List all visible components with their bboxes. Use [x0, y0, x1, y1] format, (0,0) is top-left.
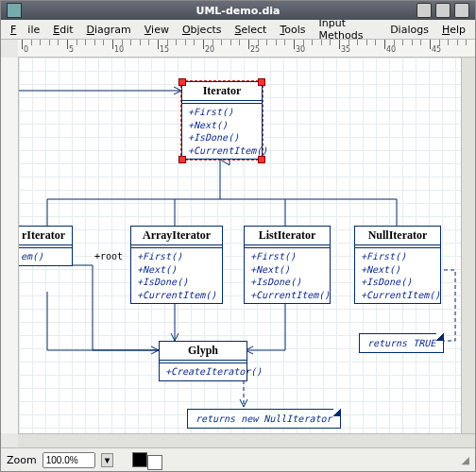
- fg-color-swatch[interactable]: [132, 452, 147, 467]
- menu-tools[interactable]: Tools: [274, 22, 311, 38]
- bg-color-swatch[interactable]: [147, 455, 162, 470]
- menubar: File Edit Diagram View Objects Select To…: [1, 20, 475, 40]
- role-label-root: +root: [94, 251, 123, 261]
- class-ops: +CreateIterator(): [160, 363, 246, 380]
- menu-objects[interactable]: Objects: [177, 22, 228, 38]
- class-name: Glyph: [160, 342, 246, 361]
- class-arrayiterator[interactable]: ArrayIterator +First() +Next() +IsDone()…: [130, 226, 223, 304]
- resize-grip-icon[interactable]: ◢: [462, 454, 469, 466]
- zoom-dropdown-icon[interactable]: ▾: [101, 453, 114, 467]
- menu-view[interactable]: View: [139, 22, 175, 38]
- class-ops: +First() +Next() +IsDone() +CurrentItem(…: [131, 248, 222, 303]
- class-listiterator[interactable]: ListIterator +First() +Next() +IsDone() …: [244, 226, 331, 304]
- class-riterator[interactable]: rIterator em(): [19, 226, 73, 266]
- scrollbar-horizontal[interactable]: [18, 433, 475, 447]
- class-ops: +First() +Next() +IsDone() +CurrentItem(…: [355, 248, 440, 303]
- class-nulliterator[interactable]: NullIterator +First() +Next() +IsDone() …: [354, 226, 441, 304]
- menu-help[interactable]: Help: [436, 22, 471, 38]
- menu-file[interactable]: File: [5, 22, 45, 38]
- scrollbar-vertical[interactable]: [461, 58, 475, 433]
- statusbar: Zoom ▾ ◢: [1, 447, 475, 471]
- zoom-label: Zoom: [7, 454, 37, 466]
- menu-diagram[interactable]: Diagram: [81, 22, 137, 38]
- canvas-viewport[interactable]: Iterator +First() +Next() +IsDone() +Cur…: [19, 58, 461, 433]
- class-name: ArrayIterator: [131, 227, 222, 245]
- window-title: UML-demo.dia: [1, 5, 475, 17]
- class-name: rIterator: [19, 227, 72, 245]
- class-ops: em(): [19, 248, 72, 265]
- ruler-vertical: [1, 58, 19, 433]
- class-iterator[interactable]: Iterator +First() +Next() +IsDone() +Cur…: [181, 81, 263, 160]
- menu-select[interactable]: Select: [229, 22, 272, 38]
- class-name: ListIterator: [245, 227, 330, 245]
- menu-dialogs[interactable]: Dialogs: [384, 22, 434, 38]
- menu-edit[interactable]: Edit: [47, 22, 78, 38]
- titlebar: UML-demo.dia: [1, 1, 475, 20]
- zoom-input[interactable]: [42, 452, 95, 468]
- class-glyph[interactable]: Glyph +CreateIterator(): [159, 341, 247, 381]
- note-returns-nulliterator[interactable]: returns new NullIterator: [187, 409, 341, 429]
- selection-handle[interactable]: [258, 78, 265, 86]
- ruler-horizontal: 051015202530354045: [18, 40, 475, 58]
- diagram-canvas[interactable]: Iterator +First() +Next() +IsDone() +Cur…: [19, 58, 461, 433]
- selection-handle[interactable]: [258, 156, 265, 163]
- class-ops: +First() +Next() +IsDone() +CurrentItem(…: [182, 104, 262, 159]
- selection-handle[interactable]: [178, 156, 186, 163]
- app-window: UML-demo.dia File Edit Diagram View Obje…: [0, 0, 476, 472]
- class-ops: +First() +Next() +IsDone() +CurrentItem(…: [245, 248, 330, 303]
- note-returns-true[interactable]: returns TRUE: [359, 333, 444, 353]
- class-name: Iterator: [182, 82, 262, 101]
- class-name: NullIterator: [355, 227, 440, 245]
- selection-handle[interactable]: [178, 78, 186, 86]
